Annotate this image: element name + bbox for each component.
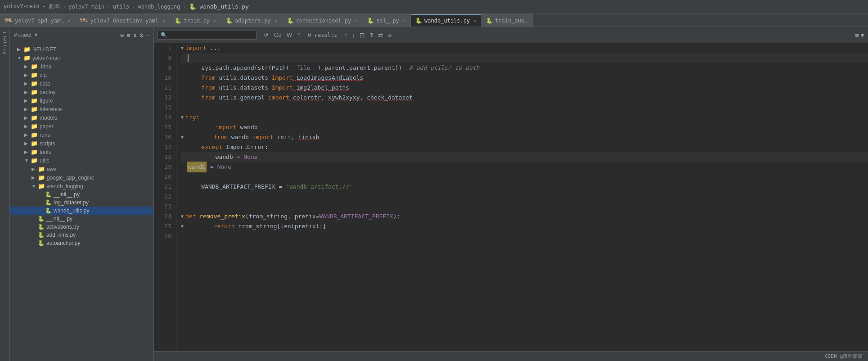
tab-yolov7-ghostconv[interactable]: YML yolov7-GhostConv.yaml ✕ [75,14,170,27]
tab-close-icon[interactable]: ✕ [355,18,358,23]
tree-item-runs[interactable]: ▶ 📁 runs [10,131,153,139]
tree-label-tools: tools [40,149,51,155]
folder-icon: 📁 [31,157,38,164]
replace-button[interactable]: ⇄ [376,31,385,40]
title-bar: yolov7-main - 副本 › yolov7-main › utils ›… [0,0,868,14]
add-button[interactable]: ⊞ [368,31,375,40]
tree-label-aws: aws [47,166,56,172]
tree-item-data[interactable]: ▶ 📁 data [10,79,153,88]
more-button[interactable]: ≡ [386,31,393,40]
expand-icon[interactable]: ⇅ [133,32,137,39]
tab-close-icon[interactable]: ✕ [162,18,165,23]
tree-label-idea: .idea [40,63,51,70]
fold-marker-24: ▼ [181,212,184,221]
code-line-20 [181,172,868,182]
tree-item-scripts[interactable]: ▶ 📁 scripts [10,139,153,148]
folder-icon: 📁 [31,72,38,78]
tab-close-icon[interactable]: ✕ [67,18,70,23]
tree-dropdown-arrow[interactable]: ▼ [34,32,37,38]
search-results: 0 results [308,32,337,38]
tab-close-icon[interactable]: ✕ [403,18,406,23]
fold-marker-14: ▼ [181,113,184,122]
tab-ssl[interactable]: 🐍 ssl_.py ✕ [363,14,411,27]
sidebar-label: Project [2,31,8,54]
tree-item-log-dataset[interactable]: 🐍 log_dataset.py [10,199,153,207]
sidebar-panel: Project [0,27,10,361]
tree-item-cfg[interactable]: ▶ 📁 cfg [10,71,153,79]
tree-item-add-nms[interactable]: 🐍 add_nms.py [10,231,153,239]
filter-icon[interactable]: ≡ [855,32,859,39]
tree-arrow: ▼ [24,158,31,163]
tree-item-gae[interactable]: ▶ 📁 google_app_engine [10,173,153,182]
prev-result-button[interactable]: ↑ [342,31,349,40]
code-line-26 [181,231,868,241]
tree-item-init-py-1[interactable]: 🐍 __init__.py [10,190,153,199]
status-bar: CSDN @落叶霜霜 [154,351,868,361]
tab-close-icon[interactable]: ✕ [275,18,278,23]
tree-item-utils[interactable]: ▼ 📁 utils [10,156,153,165]
py-icon: 🐍 [226,18,233,24]
keyword-import: import [185,43,207,53]
tree-item-init-py-2[interactable]: 🐍 __init__.py [10,215,153,223]
tree-item-deploy[interactable]: ▶ 📁 deploy [10,88,153,96]
tree-item-paper[interactable]: ▶ 📁 paper [10,122,153,131]
tab-connectionpool[interactable]: 🐍 connectionpool.py ✕ [283,14,363,27]
tree-label-init1: __init__.py [54,191,80,198]
regex-button[interactable]: * [296,31,301,39]
tree-item-activations[interactable]: 🐍 activations.py [10,223,153,231]
tree-item-figure[interactable]: ▶ 📁 figure [10,96,153,105]
folder-icon: 📁 [31,97,38,104]
tab-adapters[interactable]: 🐍 adapters.py ✕ [221,14,283,27]
tree-label-scripts: scripts [40,140,55,147]
locate-icon[interactable]: ⊕ [120,32,124,39]
tree-item-aws[interactable]: ▶ 📁 aws [10,165,153,173]
tree-arrow: ▶ [24,90,31,95]
file-tree-title: Project [13,32,31,38]
next-result-button[interactable]: ↓ [350,31,357,40]
code-line-17: except ImportError: [181,142,868,152]
path1: yolov7-main [68,4,104,10]
tab-label: yolov7-spd.yaml [15,18,63,24]
search-input[interactable] [169,32,241,38]
folder-icon: 📁 [23,54,31,61]
tree-item-yolov7-main[interactable]: ▼ 📁 yolov7-main [10,54,153,62]
tab-train[interactable]: 🐍 train.py ✕ [170,14,221,27]
tree-item-neu-det[interactable]: ▶ 📁 NEU-DET [10,45,153,54]
tab-label: connectionpool.py [296,18,351,24]
tab-close-icon[interactable]: ✕ [474,18,477,23]
word-button[interactable]: W [285,31,294,39]
settings-icon[interactable]: ⚙ [139,32,143,39]
tree-item-tools[interactable]: ▶ 📁 tools [10,148,153,156]
fold-marker-25: ▼ [181,221,184,231]
wrap-button[interactable]: ⊡ [358,31,367,40]
main-layout: Project Project ▼ ⊕ ≡ ⇅ ⚙ — ▶ 📁 NEU-DET [0,27,868,361]
code-content[interactable]: 1 8 9 10 11 12 13 14 15 16 17 18 19 20 2… [154,43,868,351]
line-numbers: 1 8 9 10 11 12 13 14 15 16 17 18 19 20 2… [154,43,176,351]
tab-wandb-utils[interactable]: 🐍 wandb_utils.py ✕ [411,14,481,27]
refresh-button[interactable]: ↺ [262,31,270,39]
search-input-wrap[interactable]: 🔍 [157,31,256,40]
tab-train-aux[interactable]: 🐍 train_aux… [481,14,532,27]
case-button[interactable]: Cc [272,31,283,39]
folder-icon: 📁 [38,183,45,190]
folder-icon: 📁 [23,46,31,53]
py-icon: 🐍 [486,18,493,24]
tree-item-autoanchor[interactable]: 🐍 autoanchor.py [10,239,153,247]
tree-item-idea[interactable]: ▶ 📁 .idea [10,62,153,71]
tree-item-models[interactable]: ▶ 📁 models [10,113,153,122]
funnel-icon[interactable]: ▼ [861,32,864,39]
code-line-21: WANDB_ARTIFACT_PREFIX = 'wandb-artifact:… [181,182,868,192]
collapse-icon[interactable]: ≡ [126,32,130,39]
tree-label-wandb-logging: wandb_logging [47,183,83,190]
tab-yolov7-spd[interactable]: YML yolov7-spd.yaml ✕ [0,14,75,27]
path3: wandb_logging [138,4,180,10]
tree-item-wandb-utils[interactable]: 🐍 wandb_utils.py [10,207,153,215]
tree-label-data: data [40,81,50,87]
py-file-icon: 🐍 [45,199,52,206]
tab-label: wandb_utils.py [424,18,470,24]
tree-item-inference[interactable]: ▶ 📁 inference [10,105,153,113]
tree-item-wandb-logging[interactable]: ▼ 📁 wandb_logging [10,182,153,190]
tab-close-icon[interactable]: ✕ [214,18,216,23]
close-icon[interactable]: — [146,32,150,39]
py-file-icon: 🐍 [45,191,52,198]
